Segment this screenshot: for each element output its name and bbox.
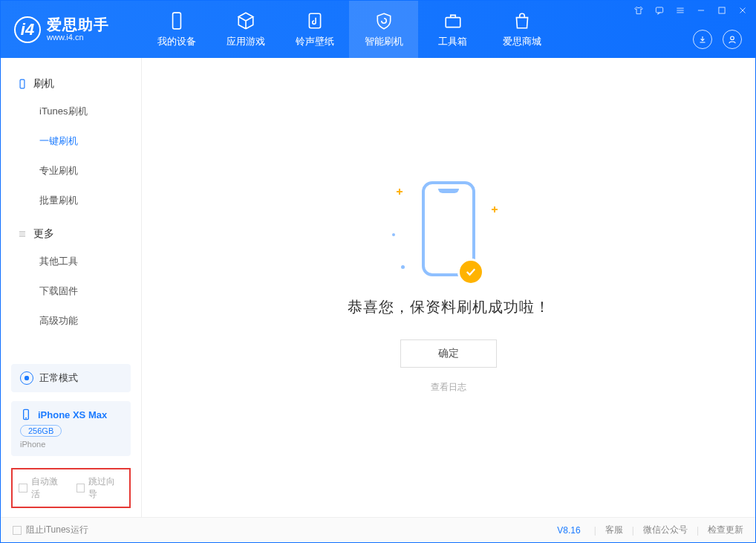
sparkle-icon: [492, 207, 498, 212]
ok-button[interactable]: 确定: [400, 339, 497, 368]
checkbox-label: 跳过向导: [88, 475, 123, 501]
main-content: 恭喜您，保资料刷机成功啦！ 确定 查看日志: [142, 58, 755, 517]
nav-label: 应用游戏: [227, 35, 265, 48]
checkbox-label: 自动激活: [31, 475, 66, 501]
checkbox-block-itunes[interactable]: 阻止iTunes运行: [13, 524, 88, 536]
list-icon: [17, 229, 27, 239]
music-file-icon: [305, 11, 325, 30]
window-controls: [633, 5, 748, 18]
close-icon[interactable]: [737, 5, 748, 18]
svg-rect-1: [309, 13, 320, 28]
sidebar-section-more: 更多: [1, 221, 141, 247]
download-icon[interactable]: [693, 30, 712, 49]
check-update-link[interactable]: 检查更新: [708, 524, 743, 536]
svg-rect-0: [172, 13, 180, 29]
sidebar-item-advanced[interactable]: 高级功能: [1, 306, 141, 336]
dot-icon: [401, 265, 405, 269]
separator: |: [632, 525, 634, 536]
nav-toolbox[interactable]: 工具箱: [418, 1, 487, 58]
sidebar-item-other-tools[interactable]: 其他工具: [1, 247, 141, 276]
mode-card[interactable]: 正常模式: [11, 364, 131, 392]
svg-rect-6: [20, 79, 25, 88]
sidebar-item-itunes-flash[interactable]: iTunes刷机: [1, 97, 141, 126]
bag-icon: [512, 11, 532, 30]
dot-icon: [392, 233, 395, 236]
sidebar-item-download-fw[interactable]: 下载固件: [1, 276, 141, 306]
sidebar-item-one-click-flash[interactable]: 一键刷机: [1, 126, 141, 156]
titlebar: i4 爱思助手 www.i4.cn 我的设备 应用游戏 铃声壁纸 智能刷机: [1, 1, 755, 58]
mode-icon: [20, 371, 33, 385]
svg-rect-4: [719, 7, 725, 13]
nav-label: 爱思商城: [503, 35, 541, 48]
shield-refresh-icon: [374, 11, 394, 30]
logo-block[interactable]: i4 爱思助手 www.i4.cn: [1, 16, 142, 43]
device-phone-icon: [20, 409, 32, 420]
app-title: 爱思助手: [47, 16, 109, 33]
maximize-icon[interactable]: [717, 5, 727, 18]
nav-label: 铃声壁纸: [296, 35, 334, 48]
check-badge-icon: [457, 259, 484, 285]
nav-ringtones[interactable]: 铃声壁纸: [280, 1, 349, 58]
checkbox-icon: [76, 484, 85, 492]
phone-outline-icon: [17, 79, 27, 89]
section-title: 更多: [33, 227, 54, 241]
statusbar: 阻止iTunes运行 V8.16 | 客服 | 微信公众号 | 检查更新: [1, 517, 755, 542]
briefcase-icon: [443, 11, 463, 30]
feedback-icon[interactable]: [654, 5, 665, 18]
shirt-icon[interactable]: [633, 5, 644, 18]
mode-label: 正常模式: [39, 371, 78, 385]
checkbox-label: 阻止iTunes运行: [26, 524, 88, 536]
highlighted-options: 自动激活 跳过向导: [11, 468, 131, 508]
app-window: i4 爱思助手 www.i4.cn 我的设备 应用游戏 铃声壁纸 智能刷机: [0, 0, 756, 543]
menu-icon[interactable]: [675, 5, 685, 18]
success-message: 恭喜您，保资料刷机成功啦！: [348, 297, 550, 317]
cube-icon: [236, 11, 255, 30]
checkbox-auto-activate[interactable]: 自动激活: [19, 475, 66, 501]
view-log-link[interactable]: 查看日志: [431, 381, 466, 394]
checkbox-skip-wizard[interactable]: 跳过向导: [76, 475, 124, 501]
logo-icon: i4: [14, 16, 41, 43]
nav-store[interactable]: 爱思商城: [487, 1, 556, 58]
success-illustration: [422, 181, 475, 276]
device-type: iPhone: [20, 440, 122, 449]
svg-rect-2: [446, 17, 460, 27]
checkbox-icon: [13, 526, 22, 535]
nav-label: 我的设备: [157, 35, 196, 48]
sidebar-item-batch-flash[interactable]: 批量刷机: [1, 186, 141, 215]
app-subtitle: www.i4.cn: [47, 33, 109, 42]
svg-rect-3: [656, 7, 662, 13]
section-title: 刷机: [33, 77, 54, 91]
svg-point-8: [26, 417, 27, 418]
status-links: | 客服 | 微信公众号 | 检查更新: [594, 524, 743, 536]
version-label: V8.16: [557, 525, 580, 536]
device-name: iPhone XS Max: [38, 409, 107, 420]
support-link[interactable]: 客服: [605, 524, 623, 536]
user-icons: [693, 30, 742, 49]
phone-icon: [167, 11, 186, 30]
separator: |: [697, 525, 699, 536]
svg-point-5: [731, 36, 734, 40]
nav-apps-games[interactable]: 应用游戏: [211, 1, 280, 58]
device-storage: 256GB: [20, 425, 62, 437]
wechat-link[interactable]: 微信公众号: [643, 524, 688, 536]
checkbox-icon: [19, 484, 27, 492]
nav-label: 智能刷机: [365, 35, 403, 48]
nav-tabs: 我的设备 应用游戏 铃声壁纸 智能刷机 工具箱 爱思商城: [142, 1, 556, 58]
sidebar-item-pro-flash[interactable]: 专业刷机: [1, 156, 141, 186]
device-card[interactable]: iPhone XS Max 256GB iPhone: [11, 401, 131, 456]
sparkle-icon: [397, 189, 403, 195]
nav-label: 工具箱: [438, 35, 467, 48]
sidebar-section-flash: 刷机: [1, 71, 141, 97]
separator: |: [594, 525, 596, 536]
sidebar: 刷机 iTunes刷机 一键刷机 专业刷机 批量刷机 更多 其他工具 下载固件 …: [1, 58, 142, 517]
body: 刷机 iTunes刷机 一键刷机 专业刷机 批量刷机 更多 其他工具 下载固件 …: [1, 58, 755, 517]
nav-smart-flash[interactable]: 智能刷机: [349, 1, 418, 58]
minimize-icon[interactable]: [696, 5, 706, 18]
nav-my-device[interactable]: 我的设备: [142, 1, 211, 58]
user-icon[interactable]: [723, 30, 742, 49]
